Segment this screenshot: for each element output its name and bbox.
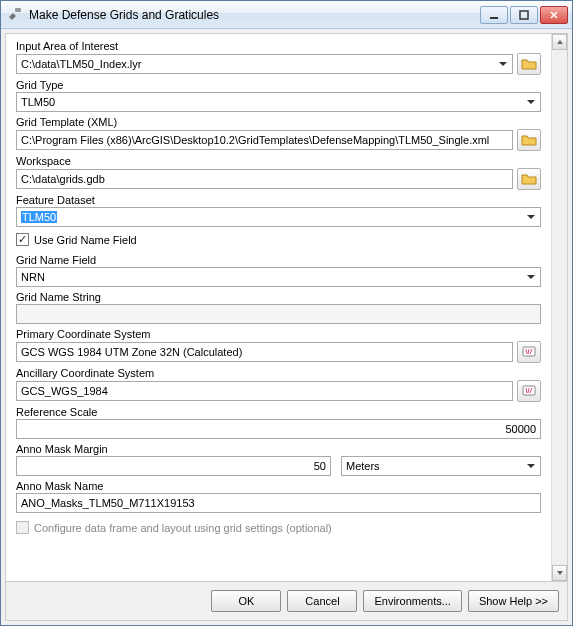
window-buttons — [480, 6, 568, 24]
anno-mask-name-input[interactable] — [16, 493, 541, 513]
configure-df-checkbox — [16, 521, 29, 534]
content-panel: Input Area of Interest C:\data\TLM50_Ind… — [5, 33, 568, 621]
feature-dataset-select[interactable]: TLM50 — [16, 207, 541, 227]
anno-mask-margin-unit-select[interactable]: Meters — [341, 456, 541, 476]
reference-scale-input[interactable] — [16, 419, 541, 439]
anno-mask-name-label: Anno Mask Name — [16, 480, 541, 492]
cancel-button[interactable]: Cancel — [287, 590, 357, 612]
workspace-input[interactable] — [16, 169, 513, 189]
input-area-label: Input Area of Interest — [16, 40, 541, 52]
form-pane: Input Area of Interest C:\data\TLM50_Ind… — [6, 34, 551, 581]
grid-type-value: TLM50 — [21, 96, 55, 108]
browse-workspace-button[interactable] — [517, 168, 541, 190]
scroll-down-arrow-icon[interactable] — [552, 565, 567, 581]
reference-scale-label: Reference Scale — [16, 406, 541, 418]
scroll-area: Input Area of Interest C:\data\TLM50_Ind… — [6, 34, 567, 581]
anno-mask-margin-label: Anno Mask Margin — [16, 443, 541, 455]
grid-type-label: Grid Type — [16, 79, 541, 91]
chevron-down-icon — [523, 270, 538, 285]
minimize-button[interactable] — [480, 6, 508, 24]
dialog-footer: OK Cancel Environments... Show Help >> — [6, 581, 567, 620]
feature-dataset-value: TLM50 — [21, 211, 57, 223]
grid-name-string-input[interactable] — [16, 304, 541, 324]
ancillary-cs-input[interactable] — [16, 381, 513, 401]
grid-name-string-label: Grid Name String — [16, 291, 541, 303]
geoprocessing-dialog: Make Defense Grids and Graticules Input … — [0, 0, 573, 626]
maximize-button[interactable] — [510, 6, 538, 24]
feature-dataset-label: Feature Dataset — [16, 194, 541, 206]
grid-template-input[interactable] — [16, 130, 513, 150]
chevron-down-icon — [495, 57, 510, 72]
configure-df-label: Configure data frame and layout using gr… — [34, 522, 332, 534]
svg-rect-2 — [520, 11, 528, 19]
grid-name-field-value: NRN — [21, 271, 45, 283]
ancillary-cs-label: Ancillary Coordinate System — [16, 367, 541, 379]
show-help-button[interactable]: Show Help >> — [468, 590, 559, 612]
workspace-label: Workspace — [16, 155, 541, 167]
use-grid-name-label: Use Grid Name Field — [34, 234, 137, 246]
browse-grid-template-button[interactable] — [517, 129, 541, 151]
titlebar: Make Defense Grids and Graticules — [1, 1, 572, 29]
scroll-track[interactable] — [552, 50, 567, 565]
vertical-scrollbar[interactable] — [551, 34, 567, 581]
input-area-select[interactable]: C:\data\TLM50_Index.lyr — [16, 54, 513, 74]
browse-input-area-button[interactable] — [517, 53, 541, 75]
window-title: Make Defense Grids and Graticules — [29, 8, 480, 22]
scroll-up-arrow-icon[interactable] — [552, 34, 567, 50]
hammer-icon — [7, 7, 23, 23]
environments-button[interactable]: Environments... — [363, 590, 461, 612]
close-button[interactable] — [540, 6, 568, 24]
primary-cs-input[interactable] — [16, 342, 513, 362]
svg-rect-0 — [15, 8, 21, 12]
primary-cs-properties-button[interactable] — [517, 341, 541, 363]
use-grid-name-checkbox[interactable] — [16, 233, 29, 246]
ancillary-cs-properties-button[interactable] — [517, 380, 541, 402]
primary-cs-label: Primary Coordinate System — [16, 328, 541, 340]
grid-type-select[interactable]: TLM50 — [16, 92, 541, 112]
grid-template-label: Grid Template (XML) — [16, 116, 541, 128]
input-area-value: C:\data\TLM50_Index.lyr — [21, 58, 141, 70]
grid-name-field-select[interactable]: NRN — [16, 267, 541, 287]
anno-mask-margin-input[interactable] — [16, 456, 331, 476]
chevron-down-icon — [523, 95, 538, 110]
chevron-down-icon — [523, 459, 538, 474]
chevron-down-icon — [523, 210, 538, 225]
svg-rect-1 — [490, 17, 498, 19]
ok-button[interactable]: OK — [211, 590, 281, 612]
anno-mask-margin-unit-value: Meters — [346, 460, 380, 472]
grid-name-field-label: Grid Name Field — [16, 254, 541, 266]
